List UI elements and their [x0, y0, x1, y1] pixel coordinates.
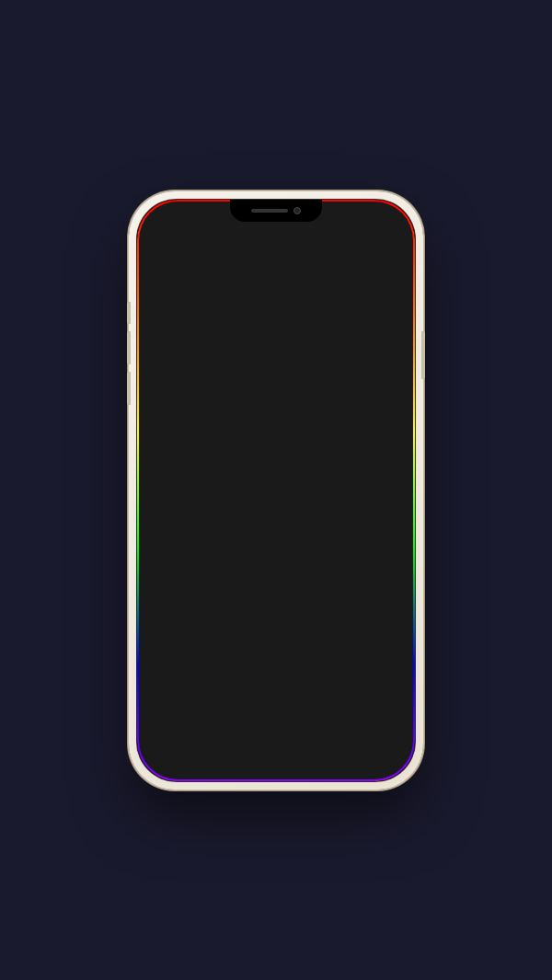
status-icons: [339, 213, 393, 224]
app-watch[interactable]: Watch: [280, 485, 338, 549]
app-music-label: 音乐: [170, 285, 187, 297]
svg-rect-11: [333, 273, 335, 277]
app-quantumult[interactable]: Quantumult: [150, 485, 208, 549]
app-wallet-label: 钱包: [236, 466, 252, 478]
svg-point-96: [235, 769, 238, 773]
drafts-search-button[interactable]: [338, 598, 391, 639]
svg-rect-105: [351, 756, 375, 760]
svg-rect-39: [230, 434, 258, 438]
app-clock[interactable]: 时钟: [215, 485, 273, 549]
drafts-new-button[interactable]: [220, 598, 273, 639]
svg-rect-25: [236, 359, 239, 374]
page-dot-1: [262, 718, 268, 723]
drafts-actions: [161, 598, 391, 639]
app-reeder[interactable]: ★ Reeder: [215, 233, 273, 297]
page-dot-2: [273, 718, 279, 723]
forest-zeros: ◇ 0: [383, 313, 395, 321]
wifi-icon: [356, 213, 369, 223]
page-dots: [150, 718, 402, 723]
svg-point-92: [235, 756, 238, 760]
svg-point-60: [242, 508, 246, 512]
svg-rect-42: [301, 429, 305, 447]
svg-rect-44: [310, 429, 314, 447]
mic-icon: [297, 608, 314, 628]
measure-icon: [351, 497, 396, 523]
drafts-widget[interactable]: 128 Inbox: [150, 559, 402, 690]
quantumult-icon: [164, 495, 193, 525]
app-wechat-read[interactable]: 微信读书: [150, 341, 208, 406]
notes-icon: [350, 749, 377, 780]
phone-screen: 1:14: [136, 199, 416, 782]
svg-rect-22: [171, 365, 178, 367]
app-quantumult-label: Quantumult: [157, 537, 201, 547]
forest-score: 100 分: [287, 311, 312, 323]
dock-reminders[interactable]: [222, 740, 273, 781]
app-netease-mail[interactable]: 网易邮箱大师: [215, 341, 273, 406]
drafts-name: Drafts: [150, 699, 402, 710]
dock-safari[interactable]: [280, 740, 331, 781]
camera: [293, 207, 301, 214]
svg-rect-38: [230, 425, 258, 442]
app-clock-label: 时钟: [236, 537, 252, 549]
drafts-inbox-label: Inbox: [221, 574, 246, 585]
app-forest-widget[interactable]: 今日: [280, 233, 402, 341]
app-voice-memo[interactable]: 语音备忘录: [280, 413, 338, 478]
settings-icon: [175, 751, 202, 778]
svg-rect-85: [302, 608, 309, 620]
svg-rect-28: [250, 363, 253, 370]
app-row-4: Quantumult: [150, 485, 402, 549]
forest-name: Forest: [287, 325, 395, 334]
dock-settings[interactable]: 1: [163, 740, 214, 781]
svg-rect-10: [329, 266, 339, 271]
draft-slot-2: [220, 646, 273, 679]
battery-icon: [373, 213, 393, 224]
drafts-empty-slots: [161, 646, 391, 679]
dock-notes[interactable]: [339, 740, 390, 781]
svg-rect-41: [296, 434, 300, 442]
phone-frame: 1:14: [129, 191, 423, 790]
svg-rect-7: [316, 264, 328, 271]
app-fitness[interactable]: 健身: [150, 413, 208, 478]
ulysses-butterfly-icon: [359, 423, 388, 453]
forest-game-graphic: [309, 257, 374, 307]
svg-point-2: [170, 260, 176, 266]
svg-rect-21: [171, 363, 178, 364]
svg-rect-40: [292, 438, 295, 442]
status-time: 1:14: [159, 211, 185, 225]
svg-rect-26: [241, 355, 244, 377]
home-screen: 1:14: [137, 200, 415, 781]
app-fitness-label: 健身: [170, 466, 187, 478]
plus-icon: [237, 609, 256, 628]
svg-rect-43: [305, 432, 309, 444]
app-wallet[interactable]: 钱包: [215, 413, 273, 478]
svg-rect-29: [255, 364, 258, 368]
app-music[interactable]: 音乐: [150, 233, 208, 297]
svg-line-89: [367, 620, 373, 626]
app-netease-label: 网易邮箱大师: [219, 394, 269, 406]
drafts-count: 128: [183, 570, 213, 591]
home-content: 音乐 ★ Reeder 今日: [137, 229, 415, 723]
svg-point-91: [185, 761, 192, 768]
app-measure[interactable]: 测距仪: [345, 485, 403, 549]
app-ulysses-label: Ulysses: [359, 466, 388, 475]
notch: [230, 200, 322, 222]
voice-memo-icon: [292, 425, 325, 451]
drafts-voice-button[interactable]: [279, 598, 332, 639]
app-watch-label: Watch: [297, 537, 320, 547]
svg-rect-23: [171, 368, 176, 370]
app-row-3: 健身 钱包: [150, 413, 402, 478]
svg-rect-27: [246, 359, 248, 374]
fitness-rings-icon: [161, 421, 196, 455]
svg-rect-24: [232, 363, 235, 370]
svg-rect-45: [315, 434, 318, 442]
wallet-icon: [228, 425, 259, 451]
app-wechat-label: 微信读书: [162, 394, 195, 406]
drafts-empty-action: [161, 598, 214, 639]
search-icon: [355, 609, 374, 628]
safari-icon: [289, 748, 322, 781]
svg-rect-1: [374, 214, 388, 222]
app-reeder-label: Reeder: [230, 285, 258, 294]
app-ulysses[interactable]: Ulysses: [345, 413, 403, 478]
speaker: [251, 209, 288, 213]
dock: 1: [150, 731, 402, 781]
